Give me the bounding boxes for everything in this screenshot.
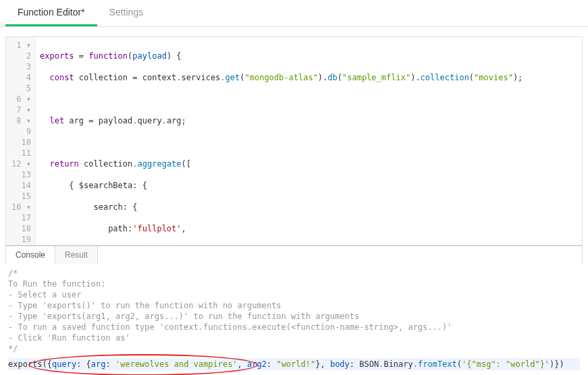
tab-settings[interactable]: Settings xyxy=(97,0,156,26)
line-gutter: 1 ▾ 2 3 4 5 6 ▾ 7 ▾ 8 ▾ 9 10 11 12 ▾ 13 … xyxy=(6,37,36,246)
tab-result[interactable]: Result xyxy=(55,246,98,264)
console-help-comment: /* To Run the function: - Select a user … xyxy=(8,268,580,354)
code-editor[interactable]: 1 ▾ 2 3 4 5 6 ▾ 7 ▾ 8 ▾ 9 10 11 12 ▾ 13 … xyxy=(5,36,583,246)
console-tabs: Console Result xyxy=(5,246,583,264)
code-content[interactable]: exports = function(payload) { const coll… xyxy=(36,37,582,246)
console-panel[interactable]: /* To Run the function: - Select a user … xyxy=(5,264,583,368)
tab-function-editor[interactable]: Function Editor* xyxy=(5,0,97,26)
tab-console[interactable]: Console xyxy=(6,246,55,264)
console-input[interactable]: exports({query: {arg: 'werewolves and va… xyxy=(8,358,580,370)
editor-tabs: Function Editor* Settings xyxy=(0,0,588,27)
